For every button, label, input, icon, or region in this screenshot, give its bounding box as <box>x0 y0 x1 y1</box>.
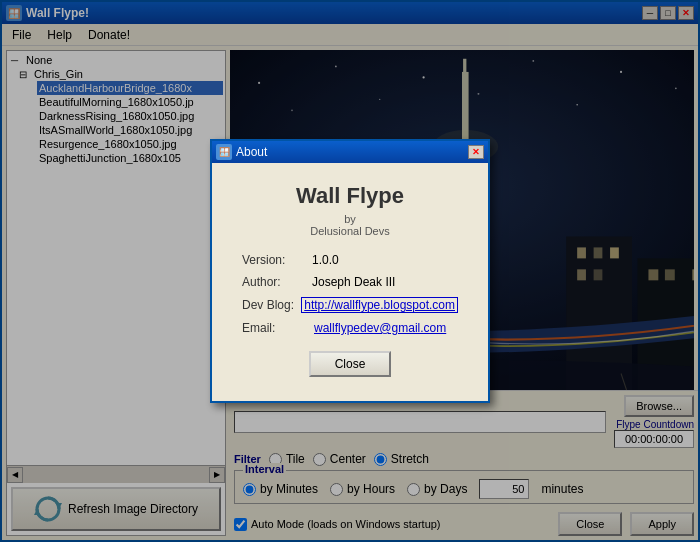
dialog-icon: 🪟 <box>216 144 232 160</box>
email-link[interactable]: wallflypedev@gmail.com <box>312 321 448 335</box>
dialog-title-left: 🪟 About <box>216 144 267 160</box>
dialog-close-x-button[interactable]: ✕ <box>468 145 484 159</box>
about-dialog: 🪟 About ✕ Wall Flype by Delusional Devs … <box>210 139 490 403</box>
author-value: Joseph Deak III <box>312 275 395 289</box>
version-value: 1.0.0 <box>312 253 339 267</box>
email-row: Email: wallflypedev@gmail.com <box>242 321 458 335</box>
dialog-info-table: Version: 1.0.0 Author: Joseph Deak III D… <box>242 253 458 335</box>
dialog-app-name: Wall Flype <box>242 183 458 209</box>
devblog-link[interactable]: http://wallflype.blogspot.com <box>301 297 458 313</box>
dialog-content: Wall Flype by Delusional Devs Version: 1… <box>212 163 488 401</box>
author-row: Author: Joseph Deak III <box>242 275 458 289</box>
dialog-close-button[interactable]: Close <box>309 351 392 377</box>
version-label: Version: <box>242 253 312 267</box>
dialog-overlay: 🪟 About ✕ Wall Flype by Delusional Devs … <box>0 0 700 542</box>
dialog-by-label: by <box>242 213 458 225</box>
devblog-row: Dev Blog: http://wallflype.blogspot.com <box>242 297 458 313</box>
dialog-title-text: About <box>236 145 267 159</box>
dialog-title-bar: 🪟 About ✕ <box>212 141 488 163</box>
version-row: Version: 1.0.0 <box>242 253 458 267</box>
author-label: Author: <box>242 275 312 289</box>
email-label: Email: <box>242 321 312 335</box>
dialog-developer: Delusional Devs <box>242 225 458 237</box>
devblog-label: Dev Blog: <box>242 298 301 312</box>
